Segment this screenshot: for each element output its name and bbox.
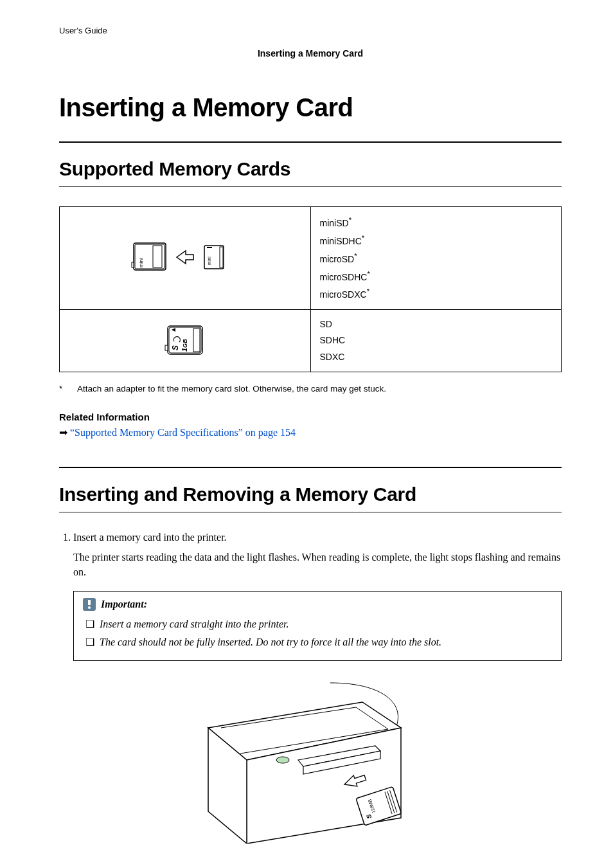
step-1: Insert a memory card into the printer. T… [73, 532, 562, 847]
card-image-cell-adapter: mini mini [60, 207, 311, 310]
printer-insert-icon: S 128MB [195, 676, 440, 844]
important-box: Important: Insert a memory card straight… [73, 591, 562, 661]
sd-size-unit: GB [182, 338, 188, 347]
svg-point-16 [88, 606, 91, 609]
guide-label: User's Guide [59, 26, 562, 35]
steps-list: Insert a memory card into the printer. T… [59, 532, 562, 847]
card-type: microSD* [320, 249, 553, 267]
sd-adapter-icon: mini mini [130, 240, 240, 275]
important-list: Insert a memory card straight into the p… [83, 616, 552, 650]
related-info-heading: Related Information [59, 411, 562, 422]
important-item: Insert a memory card straight into the p… [85, 616, 552, 633]
sd-card-icon: S 1GB [163, 322, 208, 358]
important-icon [83, 598, 96, 611]
rule-below-heading-1 [59, 186, 562, 187]
svg-rect-11 [165, 345, 168, 350]
card-type: SDHC [320, 332, 553, 348]
step-1-desc: The printer starts reading the data and … [73, 550, 562, 579]
rule-above-section-2 [59, 467, 562, 468]
svg-text:S: S [171, 345, 180, 350]
svg-point-22 [276, 757, 289, 763]
card-type: SDXC [320, 349, 553, 365]
card-type: miniSD* [320, 213, 553, 231]
card-type: microSDHC* [320, 267, 553, 285]
card-list-cell-0: miniSD* miniSDHC* microSD* microSDHC* mi… [310, 207, 562, 310]
related-link[interactable]: “Supported Memory Card Specifications” o… [70, 427, 296, 438]
section-supported-heading: Supported Memory Cards [59, 158, 562, 180]
footnote-marker: * [59, 384, 77, 393]
rule-above-section [59, 141, 562, 143]
table-row: S 1GB SD SDHC SDXC [60, 310, 562, 372]
svg-rect-15 [88, 600, 91, 605]
supported-cards-table: mini mini [59, 206, 562, 372]
mini-card-label: mini [207, 257, 211, 265]
svg-marker-4 [177, 251, 193, 264]
svg-text:1GB: 1GB [181, 338, 188, 351]
card-type: miniSDHC* [320, 231, 553, 249]
card-type: SD [320, 316, 553, 332]
table-row: mini mini [60, 207, 562, 310]
printer-slot-figure: S 128MB [73, 676, 562, 846]
rule-below-heading-2 [59, 512, 562, 512]
step-1-text: Insert a memory card into the printer. [73, 532, 227, 543]
link-arrow-icon: ➡ [59, 427, 67, 438]
important-item: The card should not be fully inserted. D… [85, 634, 552, 651]
adapter-mini-label: mini [138, 258, 144, 267]
footnote-text: Attach an adapter to fit the memory card… [77, 384, 386, 393]
footnote: *Attach an adapter to fit the memory car… [59, 384, 562, 393]
svg-rect-3 [132, 262, 134, 267]
related-link-line: ➡“Supported Memory Card Specifications” … [59, 426, 562, 439]
card-image-cell-sd: S 1GB [60, 310, 311, 372]
section-inserting-heading: Inserting and Removing a Memory Card [59, 484, 562, 505]
card-list-cell-1: SD SDHC SDXC [310, 310, 562, 372]
important-label: Important: [101, 599, 147, 610]
breadcrumb: Inserting a Memory Card [59, 48, 562, 59]
page-title: Inserting a Memory Card [59, 93, 562, 122]
card-type: microSDXC* [320, 285, 553, 303]
